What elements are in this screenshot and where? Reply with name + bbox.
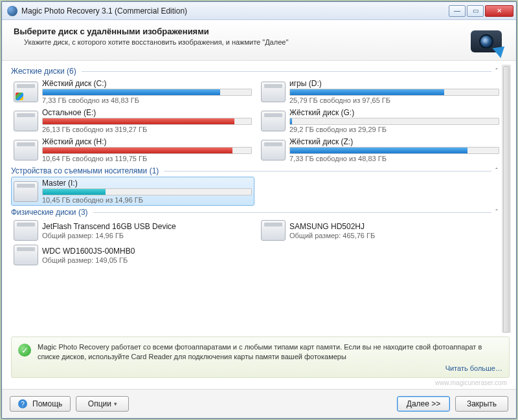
disk-item[interactable]: SAMSUNG HD502HJ Общий размер: 465,76 ГБ xyxy=(258,218,502,243)
disk-name: Жёсткий диск (H:) xyxy=(42,137,252,146)
tip-text: Magic Photo Recovery работает со всеми ф… xyxy=(38,342,502,362)
disk-item[interactable]: Жёсткий диск (G:) 29,2 ГБ свободно из 29… xyxy=(258,106,502,135)
disk-icon xyxy=(261,111,286,131)
disk-name: SAMSUNG HD502HJ xyxy=(289,222,499,231)
disk-free: 26,13 ГБ свободно из 319,27 ГБ xyxy=(42,126,252,133)
disk-name: WDC WD1600JS-00MHB0 xyxy=(42,247,252,256)
disk-item[interactable]: Жёсткий диск (C:) 7,33 ГБ свободно из 48… xyxy=(11,77,254,106)
camera-icon xyxy=(468,27,504,55)
disk-icon xyxy=(261,140,286,160)
group-removable[interactable]: Устройства со съемными носителями (1) ˆ xyxy=(11,166,502,175)
disk-size: Общий размер: 149,05 ГБ xyxy=(42,256,252,264)
group-physical-label: Физические диски (3) xyxy=(11,208,88,217)
disk-free: 7,33 ГБ свободно из 48,83 ГБ xyxy=(289,155,499,162)
window-title: Magic Photo Recovery 3.1 (Commercial Edi… xyxy=(21,6,449,16)
disk-item[interactable]: WDC WD1600JS-00MHB0 Общий размер: 149,05… xyxy=(11,243,254,267)
tip-panel: ✓ Magic Photo Recovery работает со всеми… xyxy=(11,337,510,378)
disk-icon xyxy=(14,181,38,202)
disk-name: JetFlash Transcend 16GB USB Device xyxy=(42,222,252,231)
chevron-up-icon: ˆ xyxy=(491,168,502,175)
usage-bar xyxy=(42,188,252,195)
disk-icon xyxy=(14,220,38,241)
usage-bar xyxy=(42,147,252,154)
chevron-up-icon: ˆ xyxy=(491,209,502,216)
disk-icon xyxy=(261,82,286,102)
watermark: www.magicuneraser.com xyxy=(11,378,511,386)
disk-free: 29,2 ГБ свободно из 29,29 ГБ xyxy=(289,126,499,133)
scrollbar[interactable] xyxy=(502,65,511,333)
usage-bar xyxy=(289,147,499,154)
read-more-link[interactable]: Читать больше… xyxy=(38,364,502,372)
disk-item[interactable]: Остальное (E:) 26,13 ГБ свободно из 319,… xyxy=(11,106,254,135)
titlebar[interactable]: Magic Photo Recovery 3.1 (Commercial Edi… xyxy=(2,2,516,20)
disk-name: Жёсткий диск (G:) xyxy=(289,108,499,117)
check-icon: ✓ xyxy=(18,344,31,357)
group-hdd[interactable]: Жесткие диски (6) ˆ xyxy=(11,67,502,76)
disk-size: Общий размер: 14,96 ГБ xyxy=(42,232,252,239)
disk-item[interactable]: JetFlash Transcend 16GB USB Device Общий… xyxy=(11,218,254,243)
disk-free: 25,79 ГБ свободно из 97,65 ГБ xyxy=(289,96,499,104)
maximize-button[interactable]: ▭ xyxy=(467,5,484,17)
usage-bar xyxy=(42,118,252,125)
disk-icon xyxy=(14,82,38,102)
disk-name: Остальное (E:) xyxy=(42,108,252,117)
disk-item[interactable]: Жёсткий диск (Z:) 7,33 ГБ свободно из 48… xyxy=(258,135,502,164)
disk-item[interactable]: Master (I:) 10,45 ГБ свободно из 14,96 Г… xyxy=(11,177,254,206)
options-button[interactable]: Опции▾ xyxy=(76,396,129,412)
close-button[interactable]: ✕ xyxy=(485,5,513,17)
disk-free: 7,33 ГБ свободно из 48,83 ГБ xyxy=(42,96,252,104)
group-hdd-label: Жесткие диски (6) xyxy=(11,67,76,76)
wizard-header: Выберите диск с удалёнными изображениями… xyxy=(2,20,516,61)
disk-list: Жесткие диски (6) ˆ Жёсткий диск (C:) 7,… xyxy=(11,65,502,333)
disk-icon xyxy=(261,220,286,241)
minimize-button[interactable]: — xyxy=(449,5,466,17)
usage-bar xyxy=(289,89,499,96)
group-removable-label: Устройства со съемными носителями (1) xyxy=(11,166,159,175)
help-button[interactable]: Помощь xyxy=(10,396,71,412)
disk-icon xyxy=(14,111,38,131)
usage-bar xyxy=(42,89,252,96)
next-button[interactable]: Далее >> xyxy=(397,396,450,412)
usage-bar xyxy=(289,118,499,125)
page-title: Выберите диск с удалёнными изображениями xyxy=(14,27,468,36)
close-dialog-button[interactable]: Закрыть xyxy=(455,396,508,412)
disk-name: Жёсткий диск (Z:) xyxy=(289,137,499,146)
disk-name: Master (I:) xyxy=(42,179,252,188)
chevron-down-icon: ▾ xyxy=(114,401,117,407)
disk-icon xyxy=(14,140,38,160)
disk-name: игры (D:) xyxy=(289,79,499,88)
disk-free: 10,45 ГБ свободно из 14,96 ГБ xyxy=(42,196,252,204)
footer: Помощь Опции▾ Далее >> Закрыть xyxy=(2,389,516,418)
app-icon xyxy=(7,6,17,16)
disk-icon xyxy=(14,245,38,265)
disk-size: Общий размер: 465,76 ГБ xyxy=(289,232,499,239)
app-window: Magic Photo Recovery 3.1 (Commercial Edi… xyxy=(1,1,517,419)
disk-item[interactable]: Жёсткий диск (H:) 10,64 ГБ свободно из 1… xyxy=(11,135,254,164)
chevron-up-icon: ˆ xyxy=(491,68,502,75)
disk-name: Жёсткий диск (C:) xyxy=(42,79,252,88)
disk-free: 10,64 ГБ свободно из 119,75 ГБ xyxy=(42,155,252,162)
group-physical[interactable]: Физические диски (3) ˆ xyxy=(11,208,502,217)
disk-item[interactable]: игры (D:) 25,79 ГБ свободно из 97,65 ГБ xyxy=(258,77,502,106)
page-subtitle: Укажите диск, с которого хотите восстано… xyxy=(14,38,468,46)
